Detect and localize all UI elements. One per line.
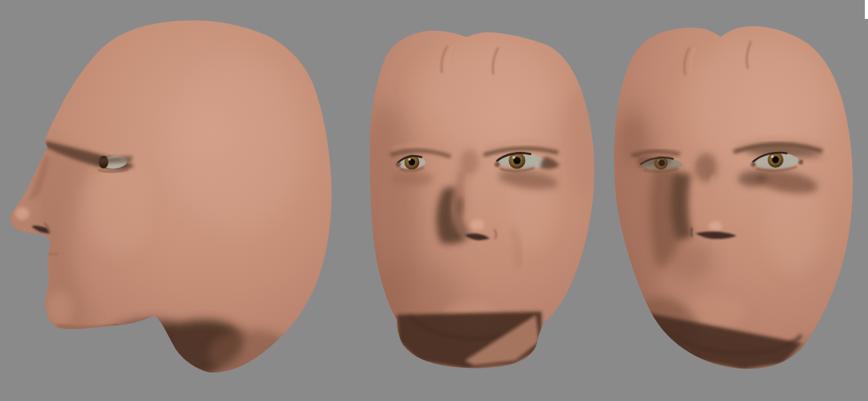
head2-left-eye-glint bbox=[408, 158, 410, 161]
head1-nose-tip-highlight bbox=[15, 207, 29, 220]
head2-left-eye-inner-shadow bbox=[396, 162, 401, 167]
head2-philtrum-bump bbox=[477, 244, 489, 253]
head3-right-eye-glint bbox=[771, 155, 773, 157]
head2-nose-tip-highlight bbox=[470, 219, 485, 230]
head2-right-eye-glint bbox=[512, 156, 515, 159]
head2-right-eye-inner-shadow bbox=[495, 162, 500, 167]
head3-philtrum-bump bbox=[712, 240, 723, 249]
render-viewport bbox=[0, 0, 868, 401]
head1-cheek-highlight bbox=[85, 158, 152, 256]
head2-forehead-highlight bbox=[415, 47, 557, 142]
head3-mouth-left-shade bbox=[666, 240, 713, 282]
white-edge-sliver bbox=[865, 0, 868, 19]
head3-nose-tip-highlight bbox=[709, 221, 723, 232]
head1-cranium-highlight bbox=[170, 55, 304, 229]
head2-left-under-eye-shadow bbox=[392, 172, 433, 186]
head3-nostril-wing-light bbox=[732, 228, 742, 235]
head2-nostril-wing-light bbox=[486, 231, 496, 238]
head3-right-eye-inner-shadow bbox=[751, 162, 756, 167]
head3-inner-under-eye-shadow bbox=[738, 171, 767, 187]
head3-right-eye-outer-shadow bbox=[798, 160, 803, 165]
